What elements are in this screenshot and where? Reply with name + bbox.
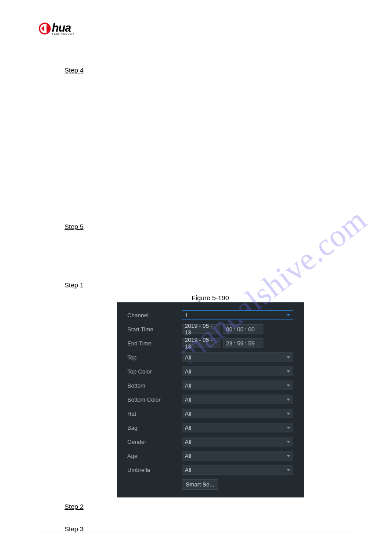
start-time-input[interactable]: 00 : 00 : 00 [223,324,263,334]
step-4-heading: Step 4 [65,66,356,74]
gender-value: All [185,439,191,445]
bottom-value: All [185,382,191,389]
figure-caption: Figure 5-190 [65,294,356,301]
bottom-label: Bottom [127,382,182,389]
gender-label: Gender [127,439,182,445]
smart-search-button[interactable]: Smart Se... [182,479,218,490]
step-1-heading: Step 1 [65,281,356,289]
chevron-down-icon [287,385,290,387]
channel-select[interactable]: 1 [182,310,293,320]
gender-select[interactable]: All [182,437,293,446]
chevron-down-icon [287,370,290,373]
filter-panel: Channel 1 Start Time 2019 - 05 - 13 00 :… [117,302,304,497]
umbrella-value: All [185,467,191,473]
chevron-down-icon [287,441,290,443]
bag-value: All [185,424,191,431]
end-time-input[interactable]: 23 : 59 : 59 [223,338,263,348]
step-2-heading: Step 2 [65,503,356,510]
umbrella-select[interactable]: All [182,465,293,475]
bottom-color-value: All [185,396,191,403]
footer-rule [36,532,356,532]
channel-value: 1 [185,312,188,319]
bottom-color-select[interactable]: All [182,395,293,404]
chevron-down-icon [287,399,290,401]
chevron-down-icon [287,314,290,316]
bag-select[interactable]: All [182,423,293,432]
bottom-color-label: Bottom Color [127,396,182,403]
end-date-input[interactable]: 2019 - 05 - 13 [182,338,220,348]
end-time-label: End Time [127,340,182,347]
top-label: Top [127,354,182,361]
top-color-select[interactable]: All [182,366,293,376]
start-date-input[interactable]: 2019 - 05 - 13 [182,324,220,334]
logo-icon [39,22,53,35]
top-color-label: Top Color [127,368,182,375]
logo-subtext: TECHNOLOGY [52,33,75,35]
step-5-heading: Step 5 [65,223,356,230]
top-select[interactable]: All [182,352,293,362]
top-color-value: All [185,368,191,375]
age-value: All [185,453,191,459]
channel-label: Channel [127,312,182,319]
chevron-down-icon [287,356,290,359]
bag-label: Bag [127,424,182,431]
age-select[interactable]: All [182,451,293,461]
hat-value: All [185,410,191,417]
umbrella-label: Umbrella [127,467,182,473]
chevron-down-icon [287,455,290,457]
top-value: All [185,354,191,361]
chevron-down-icon [287,427,290,429]
bottom-select[interactable]: All [182,381,293,390]
chevron-down-icon [287,413,290,415]
hat-select[interactable]: All [182,409,293,418]
chevron-down-icon [287,469,290,471]
start-time-label: Start Time [127,326,182,333]
age-label: Age [127,453,182,459]
hat-label: Hat [127,410,182,417]
brand-logo: hua TECHNOLOGY [39,22,356,35]
